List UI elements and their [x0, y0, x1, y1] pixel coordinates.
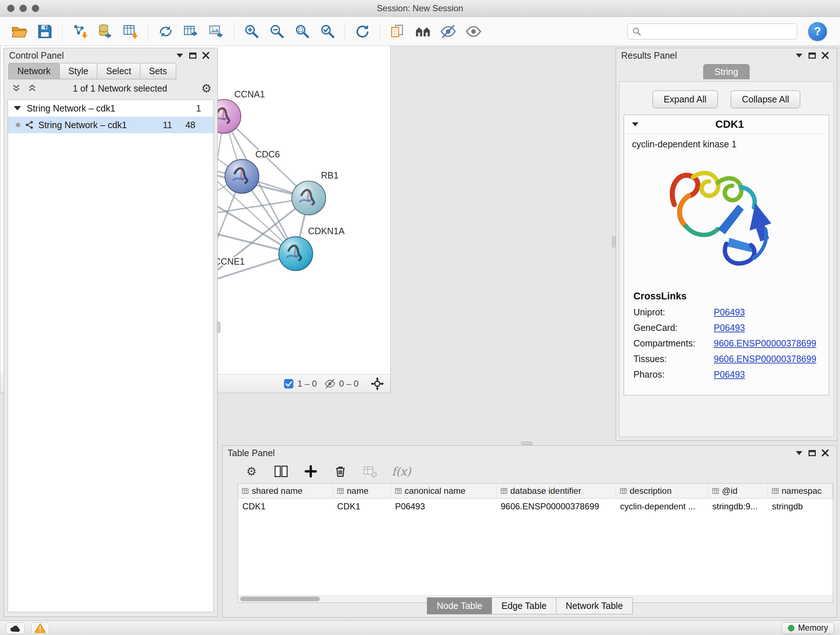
crosslink-link[interactable]: 9606.ENSP00000378699	[714, 338, 816, 348]
column-header[interactable]: namespac	[767, 484, 833, 499]
add-column-button[interactable]	[303, 463, 319, 479]
import-network-database-button[interactable]	[94, 20, 117, 43]
panel-close-button[interactable]	[819, 50, 832, 61]
network-node-cdkn1a[interactable]: CDKN1A	[279, 226, 345, 271]
table-cell[interactable]: stringdb:9...	[708, 499, 767, 515]
crosslink-link[interactable]: P06493	[714, 369, 745, 380]
panel-float-button[interactable]	[186, 50, 199, 61]
protein-section-header[interactable]: CDK1	[624, 115, 829, 134]
zoom-selected-button[interactable]	[316, 20, 339, 43]
crosslink-link[interactable]: 9606.ENSP00000378699	[714, 354, 816, 364]
memory-button[interactable]: Memory	[782, 622, 834, 634]
export-table-button[interactable]	[180, 20, 202, 43]
protein-name: CDK1	[638, 119, 821, 130]
crosslink-row: Tissues: 9606.ENSP00000378699	[633, 354, 819, 364]
export-image-button[interactable]	[205, 20, 228, 43]
zoom-in-button[interactable]	[240, 20, 263, 43]
panel-close-button[interactable]	[819, 448, 832, 458]
maximize-window-button[interactable]	[32, 5, 39, 12]
minimize-window-button[interactable]	[19, 5, 27, 12]
zoom-selected-icon	[319, 23, 336, 40]
toolbar-separator	[345, 23, 345, 40]
hide-selected-button[interactable]	[437, 20, 460, 43]
zoom-fit-button[interactable]	[291, 20, 314, 43]
toolbar-separator	[234, 23, 234, 40]
column-header[interactable]: shared name	[238, 484, 333, 499]
birdseye-button[interactable]	[411, 20, 434, 43]
crosslink-link[interactable]: P06493	[714, 323, 745, 333]
selected-nodes-indicator[interactable]: 1 – 0	[284, 379, 317, 389]
expand-all-button[interactable]: Expand All	[653, 90, 718, 108]
bottom-splitter-handle[interactable]	[521, 442, 532, 445]
table-options-button[interactable]: ⚙	[243, 463, 259, 479]
window-title: Session: New Session	[0, 3, 840, 13]
network-collection-row[interactable]: String Network – cdk1 1	[8, 100, 213, 117]
expand-all-button[interactable]	[26, 83, 39, 94]
column-header[interactable]: description	[616, 484, 708, 499]
tab-network[interactable]: Network	[8, 63, 60, 79]
tab-string[interactable]: String	[703, 64, 749, 79]
crosshair-icon	[371, 377, 384, 390]
zoom-out-button[interactable]	[265, 20, 288, 43]
cloud-status-button[interactable]	[6, 622, 25, 634]
tab-node-table[interactable]: Node Table	[427, 597, 492, 614]
network-edge-count: 48	[177, 120, 195, 130]
column-header[interactable]: database identifier	[496, 484, 616, 499]
panel-menu-button[interactable]	[793, 50, 806, 61]
network-node-rb1[interactable]: RB1	[292, 170, 339, 215]
node-label: CDC6	[256, 149, 280, 159]
table-cell[interactable]: CDK1	[238, 499, 333, 515]
tab-style[interactable]: Style	[59, 63, 98, 79]
warnings-button[interactable]	[31, 622, 49, 634]
column-header[interactable]: canonical name	[391, 484, 496, 499]
tab-network-table[interactable]: Network Table	[556, 597, 633, 614]
apply-layout-button[interactable]	[351, 20, 374, 43]
table-cell[interactable]: P06493	[391, 499, 496, 515]
delete-column-button[interactable]	[332, 463, 348, 479]
function-builder-button[interactable]: f(x)	[392, 465, 411, 478]
collapse-all-button[interactable]: Collapse All	[731, 90, 801, 108]
right-splitter-handle[interactable]	[612, 236, 615, 248]
table-cell[interactable]: stringdb	[767, 499, 833, 515]
network-options-button[interactable]: ⚙	[201, 82, 212, 94]
open-session-button[interactable]	[8, 20, 31, 43]
show-columns-button[interactable]	[273, 463, 289, 479]
panel-close-button[interactable]	[199, 50, 212, 61]
crosslink-label: Uniprot:	[633, 307, 714, 318]
tree-expand-icon[interactable]	[14, 106, 21, 111]
table-cell[interactable]: CDK1	[333, 499, 391, 515]
show-all-button[interactable]	[462, 20, 485, 43]
pan-mode-button[interactable]	[371, 378, 384, 389]
clone-network-button[interactable]	[154, 20, 177, 43]
left-splitter-handle[interactable]	[217, 321, 220, 333]
hidden-nodes-indicator[interactable]: 0 – 0	[324, 378, 358, 390]
annotations-button[interactable]	[386, 20, 409, 43]
results-panel-title: Results Panel	[621, 50, 677, 61]
panel-menu-button[interactable]	[173, 50, 186, 61]
network-row[interactable]: String Network – cdk1 11 48	[8, 117, 213, 133]
help-button[interactable]: ?	[808, 22, 827, 41]
collapse-all-button[interactable]	[10, 83, 23, 94]
image-export-icon	[208, 23, 225, 40]
table-cell[interactable]: cyclin-dependent ...	[616, 499, 708, 515]
import-table-button[interactable]	[119, 20, 142, 43]
trash-icon	[333, 464, 347, 478]
import-network-file-button[interactable]	[68, 20, 92, 43]
panel-float-button[interactable]	[806, 50, 819, 61]
crosslink-link[interactable]: P06493	[714, 307, 745, 318]
table-cell[interactable]: 9606.ENSP00000378699	[496, 499, 616, 515]
panel-menu-button[interactable]	[793, 448, 806, 458]
search-input[interactable]	[644, 27, 793, 36]
panel-float-button[interactable]	[806, 448, 819, 458]
table-row[interactable]: CDK1 CDK1 P06493 9606.ENSP00000378699 cy…	[238, 499, 833, 515]
tab-edge-table[interactable]: Edge Table	[492, 597, 556, 614]
close-window-button[interactable]	[7, 5, 14, 12]
tab-sets[interactable]: Sets	[140, 63, 176, 79]
save-session-button[interactable]	[33, 20, 57, 43]
tab-select[interactable]: Select	[97, 63, 140, 79]
cloud-icon	[9, 624, 21, 632]
column-header[interactable]: @id	[708, 484, 767, 499]
column-header[interactable]: name	[333, 484, 391, 499]
double-chevron-down-icon	[11, 84, 21, 93]
table-panel-title: Table Panel	[227, 448, 275, 458]
